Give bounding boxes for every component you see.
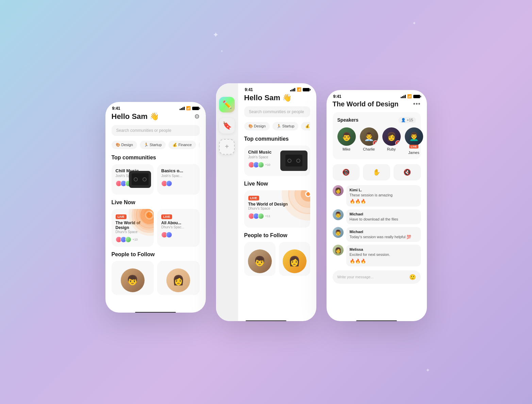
wifi-icon-right: 📶	[407, 94, 412, 99]
status-icons-left: 📶	[180, 106, 199, 110]
people-grid-left: 👦 👩	[112, 261, 200, 295]
live-card-center[interactable]: LIVE The World of Design Dhurv's Space +…	[244, 190, 310, 228]
header-center: Hello Sam 👋	[244, 93, 310, 102]
message-input[interactable]: Write your message... 🙂	[333, 270, 421, 284]
phone-right: 9:41 📶 The World of Design ••• Speakers	[327, 90, 427, 321]
svg-point-8	[149, 212, 152, 216]
speaker-name-james: James	[408, 151, 419, 155]
reel-left	[134, 177, 138, 181]
speakers-count-badge: 👤 +15	[398, 117, 416, 123]
cat-design-left[interactable]: 🎨 Design	[112, 141, 137, 149]
mute-indicator-charlie: 🔇	[373, 140, 378, 146]
live-badge-center: LIVE	[248, 196, 259, 200]
svg-point-13	[306, 192, 310, 196]
wifi-icon-center: 📶	[297, 87, 301, 92]
live-card-1-left[interactable]: LIVE The World of Design Dhurv's Space +…	[112, 209, 154, 247]
hand-btn[interactable]: ✋	[363, 164, 390, 180]
sidebar-icon-bookmark[interactable]: 🔖	[219, 118, 235, 134]
speaker-name-mike: Mike	[343, 147, 350, 151]
home-indicator-left	[135, 312, 176, 313]
home-indicator-center	[246, 320, 286, 321]
speaker-james[interactable]: 👨‍🦱 LIVE James	[405, 127, 423, 155]
more-options-right[interactable]: •••	[413, 101, 421, 108]
search-bar-center[interactable]: Search communities or people	[244, 106, 310, 117]
speaker-ruby[interactable]: 👩 🔇 Ruby	[382, 127, 401, 155]
live-title-2-left: All Abou...	[161, 221, 196, 225]
battery-icon-right	[413, 95, 420, 98]
chat-text-melissa: Excited for next session.	[350, 252, 417, 257]
communities-grid-center: Chill Music Josh's Space +10	[244, 145, 310, 176]
hand-icon: ✋	[373, 169, 380, 176]
sidebar-icon-edit[interactable]: ✏️	[219, 97, 235, 112]
mute-btn[interactable]: 🔇	[394, 164, 421, 180]
filter-icon-left[interactable]: ⚙	[194, 113, 200, 120]
sidebar-center: ✏️ 🔖 +	[216, 83, 238, 321]
speaker-avatar-james: 👨‍🦱	[405, 127, 423, 146]
person-avatar-c2: 👩	[283, 249, 306, 273]
reaction-kimi: 🔥🔥🔥	[350, 199, 417, 204]
person-avatar-c1: 👦	[248, 249, 272, 273]
cassette-inner-c	[285, 155, 302, 166]
sidebar-icon-add[interactable]: +	[219, 139, 235, 155]
header-left: Hello Sam 👋 ⚙	[112, 112, 200, 121]
cassette-image-left	[129, 171, 151, 188]
person-avatar-1: 👦	[121, 268, 145, 292]
status-icons-right: 📶	[401, 94, 420, 99]
search-bar-left[interactable]: Search communities or people	[112, 125, 200, 136]
cassette-inner	[132, 173, 149, 185]
phone-content-center: Hello Sam 👋 Search communities or people…	[238, 93, 316, 318]
speaker-mike[interactable]: 👨 Mike	[337, 127, 356, 155]
page-title-right: The World of Design	[333, 100, 399, 108]
live-tag-james: LIVE	[409, 145, 419, 148]
cat-finance-left[interactable]: 💰 Finance	[168, 141, 196, 149]
chat-name-kimi: Kimi L.	[350, 188, 417, 192]
community-card-center[interactable]: Chill Music Josh's Space +10	[244, 145, 310, 176]
section-live-left: Live Now	[112, 199, 200, 206]
reaction-melissa: 🔥🔥🔥	[350, 259, 417, 264]
avatar-10	[166, 232, 172, 238]
live-badge-2-left: LIVE	[161, 214, 172, 219]
avatar-5	[166, 180, 172, 187]
speakers-row: 👨 Mike 👨‍💼 🔇 Charlie 👩	[337, 127, 416, 155]
emoji-icon[interactable]: 🙂	[409, 274, 416, 280]
person-card-1-left[interactable]: 👦	[112, 261, 154, 295]
cat-design-center[interactable]: 🎨 Design	[244, 122, 270, 130]
chat-avatar-michael-2: 👨	[333, 227, 344, 238]
status-bar-right: 9:41 📶	[327, 90, 427, 100]
community-sub-2-left: Josh's Spac...	[161, 174, 196, 178]
chat-avatar-kimi: 👩	[333, 185, 344, 196]
chat-text-michael-2: Today's session was really helpful 💯	[350, 234, 417, 239]
section-people-left: People to Follow	[112, 251, 200, 258]
time-center: 9:41	[245, 87, 253, 92]
person-card-1-center[interactable]: 👦	[244, 242, 276, 276]
phone-btn[interactable]: 📵	[333, 164, 360, 180]
reel-right-c	[296, 159, 300, 163]
phone-content-left: Hello Sam 👋 ⚙ Search communities or peop…	[105, 112, 206, 309]
person-card-2-center[interactable]: 👩	[279, 242, 310, 276]
battery-icon-center	[303, 88, 310, 91]
chat-message-kimi: 👩 Kimi L. These session is amazing 🔥🔥🔥	[333, 185, 421, 207]
section-live-center: Live Now	[244, 181, 310, 187]
section-communities-left: Top communities	[112, 155, 200, 161]
phone-center: ✏️ 🔖 + 9:41 📶 Hello Sam 👋 Search communi	[216, 83, 316, 321]
speaker-avatar-ruby: 👩 🔇	[382, 127, 401, 146]
phone-left: 9:41 📶 Hello Sam 👋 ⚙ Search communities …	[105, 102, 206, 313]
live-grid-left: LIVE The World of Design Dhurv's Space +…	[112, 209, 200, 247]
live-card-2-left[interactable]: LIVE All Abou... Dhurv's Spac...	[157, 209, 200, 247]
phones-container: 9:41 📶 Hello Sam 👋 ⚙ Search communities …	[105, 83, 427, 321]
community-card-1-left[interactable]: Chill Music Josh's Space +10	[112, 164, 154, 195]
cat-finance-center[interactable]: 💰 Finan...	[301, 122, 310, 130]
mute-indicator-ruby: 🔇	[395, 140, 401, 146]
chat-message-michael-1: 👨 Michael Have to download all the files	[333, 209, 421, 224]
speaker-charlie[interactable]: 👨‍💼 🔇 Charlie	[360, 127, 378, 155]
section-communities-center: Top communities	[244, 136, 310, 142]
cat-startup-center[interactable]: 🏃 Startup	[272, 122, 299, 130]
person-card-2-left[interactable]: 👩	[157, 261, 200, 295]
community-card-2-left[interactable]: Basics o... Josh's Spac...	[157, 164, 200, 195]
chat-name-michael-2: Michael	[350, 230, 417, 234]
cat-startup-left[interactable]: 🏃 Startup	[140, 141, 166, 149]
concentric-rings-center	[278, 190, 310, 224]
mute-icon: 🔇	[403, 169, 411, 176]
cat-music-left[interactable]: 🎵 M...	[199, 141, 200, 149]
time-right: 9:41	[333, 94, 342, 99]
